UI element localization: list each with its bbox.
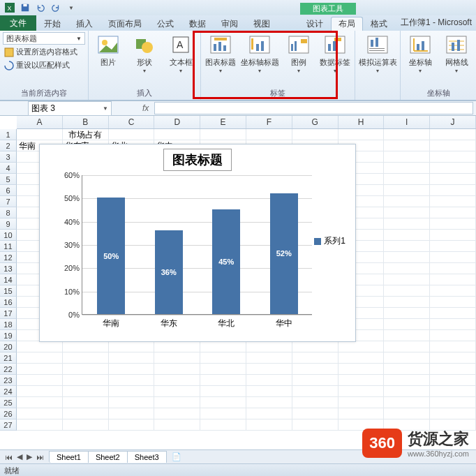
cell[interactable]	[384, 274, 430, 285]
cell[interactable]: 市场占有率	[63, 129, 109, 140]
cell[interactable]	[430, 174, 476, 185]
cell[interactable]	[384, 330, 430, 341]
axes-button[interactable]: 坐标轴▾	[403, 32, 437, 75]
cell[interactable]	[339, 375, 385, 386]
cell[interactable]	[200, 129, 246, 140]
cell[interactable]	[200, 397, 246, 408]
cell[interactable]	[430, 185, 476, 196]
col-header[interactable]: F	[246, 116, 292, 128]
cell[interactable]	[17, 397, 63, 408]
sheet-nav-next-icon[interactable]: ▶	[24, 452, 34, 461]
cell[interactable]	[384, 252, 430, 263]
cell[interactable]	[292, 375, 339, 386]
cell[interactable]	[17, 375, 63, 386]
tab-format[interactable]: 格式	[363, 17, 395, 31]
row-header[interactable]: 11	[0, 241, 17, 252]
chart-legend[interactable]: 系列1	[314, 235, 345, 247]
cell[interactable]	[292, 129, 339, 140]
cell[interactable]	[430, 397, 476, 408]
row-header[interactable]: 21	[0, 352, 17, 364]
cell[interactable]	[109, 408, 155, 419]
cell[interactable]	[430, 263, 476, 274]
cell[interactable]	[430, 341, 476, 352]
cell[interactable]	[200, 364, 246, 375]
cell[interactable]	[430, 319, 476, 330]
row-header[interactable]: 22	[0, 364, 17, 375]
cell[interactable]	[154, 352, 200, 364]
cell[interactable]	[17, 386, 63, 397]
cell[interactable]	[63, 364, 109, 375]
row-header[interactable]: 14	[0, 274, 17, 285]
col-header[interactable]: B	[63, 116, 109, 128]
cell[interactable]	[339, 397, 385, 408]
cell[interactable]	[384, 140, 430, 151]
cell[interactable]	[384, 364, 430, 375]
cell[interactable]	[384, 341, 430, 352]
cell[interactable]	[430, 151, 476, 163]
sheet-nav-prev-icon[interactable]: ◀	[15, 452, 24, 461]
cell[interactable]	[430, 297, 476, 308]
cell[interactable]	[109, 364, 155, 375]
file-tab[interactable]: 文件	[0, 15, 36, 31]
tab-formulas[interactable]: 公式	[149, 17, 181, 31]
shapes-button[interactable]: 形状▾	[128, 32, 161, 75]
cell[interactable]	[292, 341, 339, 352]
cell[interactable]	[154, 341, 200, 352]
cell[interactable]	[109, 419, 155, 431]
cell[interactable]	[292, 397, 339, 408]
row-header[interactable]: 9	[0, 218, 17, 230]
cell[interactable]	[200, 375, 246, 386]
cell[interactable]	[384, 196, 430, 207]
tab-data[interactable]: 数据	[181, 17, 214, 31]
cell[interactable]	[430, 375, 476, 386]
cell[interactable]	[246, 386, 292, 397]
tab-layout[interactable]: 布局	[331, 17, 363, 31]
col-header[interactable]: C	[109, 116, 155, 128]
cell[interactable]	[109, 341, 155, 352]
row-header[interactable]: 4	[0, 163, 17, 174]
cell[interactable]	[430, 163, 476, 174]
cell[interactable]	[339, 364, 385, 375]
gridlines-button[interactable]: 网格线▾	[440, 32, 473, 75]
sheet-tab[interactable]: Sheet1	[49, 451, 89, 463]
formula-bar[interactable]	[154, 102, 473, 114]
picture-button[interactable]: 图片	[91, 32, 125, 69]
cell[interactable]	[384, 174, 430, 185]
row-header[interactable]: 7	[0, 196, 17, 207]
cell[interactable]	[384, 352, 430, 364]
tab-review[interactable]: 审阅	[214, 17, 246, 31]
cell[interactable]	[430, 285, 476, 297]
cell[interactable]	[154, 397, 200, 408]
cell[interactable]	[292, 352, 339, 364]
chart-title[interactable]: 图表标题	[163, 149, 232, 171]
sheet-nav-last-icon[interactable]: ⏭	[34, 453, 46, 461]
plot-area[interactable]: 0%10%20%30%40%50%60%50%华南36%华东45%华北52%华中	[82, 175, 312, 315]
qat-dropdown-icon[interactable]: ▼	[64, 1, 78, 14]
cell[interactable]	[292, 408, 339, 419]
cell[interactable]	[246, 129, 292, 140]
sheet-tab[interactable]: Sheet3	[127, 451, 167, 463]
cell[interactable]	[154, 386, 200, 397]
cell[interactable]	[200, 408, 246, 419]
name-box[interactable]: 图表 3▼	[28, 101, 112, 116]
row-header[interactable]: 6	[0, 185, 17, 196]
cell[interactable]	[430, 230, 476, 241]
cell[interactable]	[384, 386, 430, 397]
cell[interactable]	[154, 364, 200, 375]
cell[interactable]	[200, 419, 246, 431]
cell[interactable]	[384, 397, 430, 408]
cell[interactable]	[154, 408, 200, 419]
cell[interactable]	[339, 386, 385, 397]
col-header[interactable]: J	[430, 116, 476, 128]
cell[interactable]	[384, 230, 430, 241]
cell[interactable]	[63, 352, 109, 364]
cell[interactable]	[63, 397, 109, 408]
cell[interactable]	[246, 419, 292, 431]
cell[interactable]	[430, 330, 476, 341]
cell[interactable]	[430, 196, 476, 207]
cell[interactable]	[430, 308, 476, 319]
cell[interactable]	[63, 386, 109, 397]
cell[interactable]	[200, 341, 246, 352]
row-header[interactable]: 24	[0, 386, 17, 397]
bar[interactable]: 52%	[270, 193, 298, 314]
